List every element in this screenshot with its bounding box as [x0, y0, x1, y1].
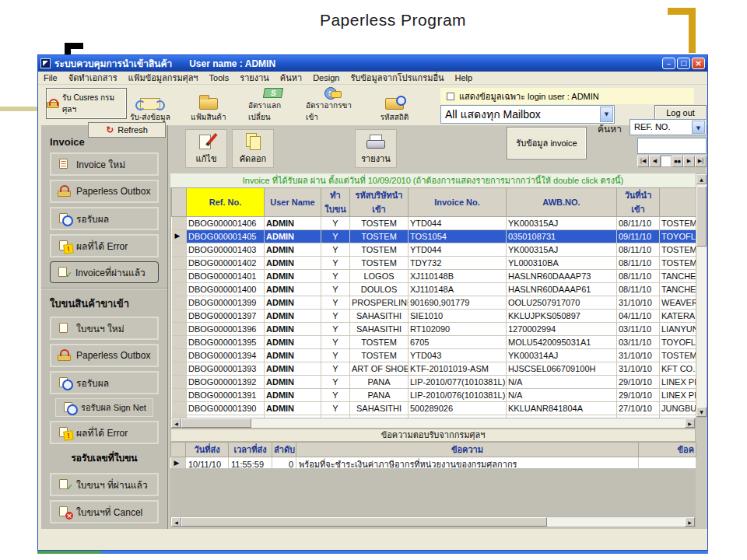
table-row[interactable]: DBOG000001390ADMINYSAHASITHI500289026KKL…	[172, 402, 696, 415]
menu-item-8[interactable]: Help	[450, 73, 479, 82]
table-row[interactable]: DBOG000001402ADMINYTOSTEMTDY732YL000310B…	[172, 257, 696, 270]
table-row[interactable]: DBOG000001392ADMINYPANALIP-2010/077(1010…	[172, 376, 696, 389]
scrollbar-thumb[interactable]	[181, 517, 547, 527]
sidebar-decl-wait-result[interactable]: รอรับผล	[50, 371, 159, 394]
scrollbar-thumb[interactable]	[696, 186, 707, 247]
menu-item-1[interactable]: จัดทำเอกสาร	[63, 71, 123, 85]
sidebar-decl-cancel[interactable]: ใบขนฯที่ Cancel	[50, 500, 159, 523]
menu-item-7[interactable]: รับข้อมูลจากโปรแกรมอื่น	[345, 71, 449, 85]
table-row[interactable]: DBOG000001400ADMINYDOULOSXJ110148AHASLNR…	[172, 283, 696, 296]
refresh-button[interactable]: Refresh	[88, 122, 166, 138]
titlebar[interactable]: ระบบควบคุมการนำเข้าสินค้า User name : AD…	[38, 55, 707, 72]
scroll-up-icon[interactable]	[696, 174, 707, 184]
header-sent-date[interactable]: วันที่ส่ง	[186, 443, 229, 457]
row-selector[interactable]	[172, 402, 187, 415]
previous-record-button[interactable]	[649, 156, 661, 167]
scrollbar-thumb[interactable]	[181, 418, 251, 428]
toolbar-button-0[interactable]: รับ-ส่งข้อมูล	[128, 87, 172, 123]
table-row[interactable]: DBOG000001395ADMINYTOSTEM6705MOLU5420095…	[172, 336, 696, 349]
vertical-scrollbar[interactable]	[696, 173, 707, 418]
invoice-caption[interactable]: Invoice ที่ได้รับผล ผ่าน ตั้งแต่วันที่ 1…	[170, 173, 696, 187]
toolbar-button-2[interactable]: อัตราแลกเปลี่ยน	[248, 87, 298, 123]
header-sequence[interactable]: ลำดับ	[272, 443, 296, 457]
header-user-name[interactable]: User Name	[265, 188, 321, 217]
row-selector[interactable]	[172, 296, 187, 310]
row-selector[interactable]	[172, 362, 187, 376]
find-record-button[interactable]	[672, 156, 683, 167]
header-awb-no[interactable]: AWB.NO.	[507, 188, 617, 217]
scroll-left-icon[interactable]	[171, 517, 181, 527]
header-sent-time[interactable]: เวลาที่ส่ง	[229, 443, 272, 457]
sidebar-invoice-passed[interactable]: Invoiceที่ผ่านแล้ว	[50, 261, 159, 283]
scroll-right-icon[interactable]	[685, 418, 695, 428]
row-selector[interactable]	[172, 349, 187, 362]
header-ref-no[interactable]: Ref. No.	[187, 188, 265, 217]
sidebar-invoice-wait-result[interactable]: รอรับผล	[50, 207, 159, 230]
horizontal-scrollbar[interactable]	[170, 418, 696, 429]
sidebar-invoice-outbox[interactable]: Paperless Outbox	[50, 180, 159, 203]
header-invoice-no[interactable]: Invoice No.	[409, 188, 507, 217]
menu-item-4[interactable]: รายงาน	[234, 71, 275, 85]
header-import-date[interactable]: วันที่นำเข้า	[617, 188, 660, 217]
minimize-button[interactable]	[662, 58, 675, 69]
table-row[interactable]: DBOG000001405ADMINYTOSTEMTOS105403501087…	[172, 230, 696, 243]
table-row[interactable]: DBOG000001397ADMINYSAHASITHISIE1010KKLUJ…	[172, 310, 696, 323]
header-message[interactable]: ข้อความ	[296, 443, 639, 457]
row-selector[interactable]	[172, 217, 187, 230]
table-row[interactable]: DBOG000001406ADMINYTOSTEMYTD044YK000315A…	[172, 217, 696, 230]
receive-invoice-button[interactable]: รับข้อมูล invoice	[507, 127, 587, 159]
menu-item-5[interactable]: ค้นหา	[275, 71, 307, 85]
header-make-decl[interactable]: ทำใบขน	[321, 188, 350, 217]
first-record-button[interactable]	[637, 156, 649, 167]
sidebar-decl-error[interactable]: ผลที่ได้ Error	[50, 421, 159, 444]
row-selector[interactable]	[172, 230, 187, 243]
login-filter-checkbox[interactable]	[447, 93, 454, 100]
table-row[interactable]: DBOG000001396ADMINYSAHASITHIRT1020901270…	[172, 323, 696, 336]
row-selector[interactable]	[172, 270, 187, 283]
report-button[interactable]: รายงาน	[355, 129, 397, 168]
maximize-button[interactable]	[677, 58, 690, 69]
toolbar-button-3[interactable]: อัตราอากรขาเข้า	[306, 87, 359, 123]
row-selector[interactable]	[172, 257, 187, 270]
table-row[interactable]: DBOG000001393ADMINYART OF SHOESKTF-20101…	[172, 362, 696, 376]
mailbox-select[interactable]: All แสดงทุก Mailbox	[440, 105, 615, 124]
next-record-button[interactable]	[683, 156, 695, 167]
sidebar-decl-outbox[interactable]: Paperless Outbox	[50, 344, 159, 367]
chevron-down-icon[interactable]	[600, 107, 613, 122]
table-row[interactable]: DBOG000001399ADMINYPROSPERLINK901690,901…	[172, 296, 696, 310]
edit-button[interactable]: แก้ไข	[185, 129, 227, 168]
toolbar-button-1[interactable]: แฟ้มสินค้า	[187, 87, 230, 123]
menu-item-6[interactable]: Design	[307, 73, 345, 82]
row-selector[interactable]	[172, 283, 187, 296]
table-row[interactable]: DBOG000001394ADMINYTOSTEMYTD043YK000314A…	[172, 349, 696, 362]
copy-button[interactable]: คัดลอก	[232, 129, 274, 168]
last-record-button[interactable]	[695, 156, 707, 167]
response-horizontal-scrollbar[interactable]	[170, 516, 696, 527]
search-input[interactable]	[637, 138, 707, 154]
sidebar-decl-passed[interactable]: ใบขนฯ ที่ผ่านแล้ว	[50, 473, 159, 496]
toolbar-button-4[interactable]: รหัสสถิติ	[371, 87, 418, 123]
sidebar-decl-new[interactable]: ใบขนฯ ใหม่	[50, 317, 159, 340]
row-selector[interactable]	[172, 389, 187, 402]
header-importer-code[interactable]: รหัสบริษัทนำเข้า	[350, 188, 409, 217]
close-button[interactable]	[692, 58, 705, 69]
scroll-down-icon[interactable]	[696, 407, 707, 417]
scroll-right-icon[interactable]	[685, 517, 695, 527]
row-selector[interactable]	[172, 310, 187, 323]
sidebar-invoice-error[interactable]: ผลที่ได้ Error	[50, 234, 159, 257]
menu-item-3[interactable]: Tools	[204, 73, 235, 82]
table-row[interactable]: DBOG000001401ADMINYLOGOSXJ110148BHASLNR6…	[172, 270, 696, 283]
chevron-down-icon[interactable]	[692, 121, 705, 134]
row-selector[interactable]	[172, 243, 187, 257]
row-selector[interactable]	[172, 323, 187, 336]
sidebar-invoice-new[interactable]: Invoice ใหม่	[50, 152, 159, 176]
row-selector[interactable]	[172, 336, 187, 349]
scroll-left-icon[interactable]	[171, 418, 181, 428]
table-row[interactable]: DBOG000001391ADMINYPANALIP-2010/076(1010…	[172, 389, 696, 402]
row-selector[interactable]	[172, 376, 187, 389]
header-message-extra[interactable]: ข้อค	[639, 443, 696, 457]
sidebar-decl-wait-signnet[interactable]: รอรับผล Sign Net	[55, 398, 153, 417]
menu-item-2[interactable]: แฟ้มข้อมูลกรมศุลฯ	[123, 71, 204, 85]
header-company[interactable]	[660, 188, 696, 217]
search-mode-select[interactable]: REF. NO.	[630, 119, 707, 135]
